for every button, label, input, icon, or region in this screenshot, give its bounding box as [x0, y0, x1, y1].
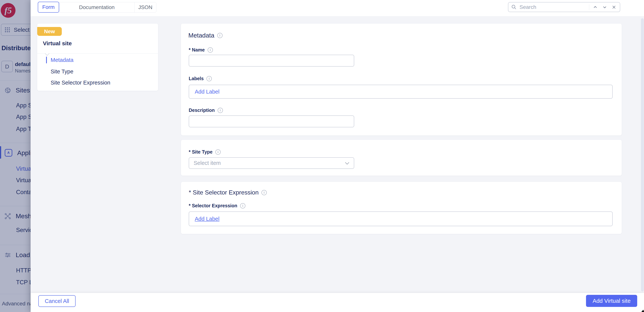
field-label: Labels	[189, 76, 204, 81]
section-heading: Metadata	[188, 32, 214, 39]
info-icon[interactable]	[262, 190, 267, 195]
tab-form[interactable]: Form	[38, 2, 59, 13]
metadata-section-card: Metadata * Name Labels Add Label Descrip…	[181, 23, 622, 136]
info-icon[interactable]	[240, 203, 246, 208]
field-label: Description	[189, 108, 215, 113]
add-virtual-site-button[interactable]: Add Virtual site	[586, 295, 637, 307]
tab-documentation[interactable]: Documentation	[59, 2, 134, 12]
search-close-button[interactable]	[611, 5, 617, 9]
step-label: Metadata	[51, 57, 74, 63]
search-input[interactable]	[519, 4, 586, 10]
active-step-indicator	[46, 57, 47, 63]
description-label-row: Description	[189, 108, 223, 113]
add-label-button[interactable]: Add Label	[195, 216, 220, 222]
step-metadata[interactable]: Metadata	[37, 55, 158, 65]
field-label: * Name	[189, 47, 205, 53]
select-placeholder: Select item	[194, 160, 221, 166]
add-label-button[interactable]: Add Label	[195, 89, 220, 95]
search-divider	[589, 4, 589, 10]
wizard-nav-card: New Virtual site Metadata Site Type Site…	[37, 23, 158, 91]
name-input[interactable]	[189, 55, 354, 67]
field-label: * Site Type	[189, 149, 212, 155]
wizard-divider	[37, 53, 158, 54]
new-badge-label: New	[44, 28, 55, 34]
selector-expression-label-row: * Selector Expression	[189, 203, 246, 208]
info-icon[interactable]	[206, 76, 212, 81]
site-type-select[interactable]: Select item	[189, 157, 354, 169]
sidebar: f5 Select Distribute D default Namespace…	[0, 0, 30, 312]
tab-json[interactable]: JSON	[134, 2, 156, 12]
cancel-all-button[interactable]: Cancel All	[38, 295, 76, 307]
step-site-selector-expression[interactable]: Site Selector Expression	[37, 78, 158, 88]
search-box	[508, 2, 620, 12]
site-selector-section-card: * Site Selector Expression * Selector Ex…	[181, 182, 622, 234]
close-icon	[612, 5, 616, 9]
description-input[interactable]	[189, 116, 354, 127]
site-selector-heading-row: * Site Selector Expression	[189, 189, 267, 196]
labels-box: Add Label	[189, 85, 613, 99]
chevron-up-icon	[593, 5, 598, 9]
app-root: f5 Select Distribute D default Namespace…	[0, 0, 644, 312]
metadata-heading-row: Metadata	[188, 32, 222, 39]
chevron-down-icon	[602, 5, 607, 9]
labels-label-row: Labels	[189, 76, 212, 81]
site-type-section-card: * Site Type Select item	[181, 140, 622, 176]
info-icon[interactable]	[217, 33, 222, 38]
panel-topbar: Form Documentation JSON	[30, 0, 644, 16]
step-label: Site Type	[51, 68, 73, 75]
step-label: Site Selector Expression	[51, 80, 110, 86]
modal-dim-overlay	[0, 0, 30, 312]
panel-footer: Cancel All Add Virtual site	[30, 293, 644, 312]
page-title: Virtual site	[43, 40, 72, 47]
search-prev-button[interactable]	[592, 5, 599, 9]
info-icon[interactable]	[218, 108, 223, 113]
selector-expression-box: Add Label	[189, 211, 613, 226]
tab-group: Documentation JSON	[59, 2, 156, 13]
info-icon[interactable]	[208, 47, 213, 53]
search-icon	[512, 4, 516, 10]
section-heading: * Site Selector Expression	[189, 189, 258, 196]
search-next-button[interactable]	[601, 5, 608, 9]
new-badge: New	[37, 27, 62, 36]
step-site-type[interactable]: Site Type	[37, 67, 158, 76]
site-type-label-row: * Site Type	[189, 149, 221, 155]
virtual-site-panel: Form Documentation JSON	[30, 0, 644, 312]
scrollbar-thumb[interactable]	[641, 18, 644, 292]
field-label: * Selector Expression	[189, 203, 237, 208]
info-icon[interactable]	[215, 150, 221, 155]
chevron-down-icon	[345, 160, 349, 164]
name-label-row: * Name	[189, 47, 213, 53]
mouse-cursor	[640, 309, 644, 312]
